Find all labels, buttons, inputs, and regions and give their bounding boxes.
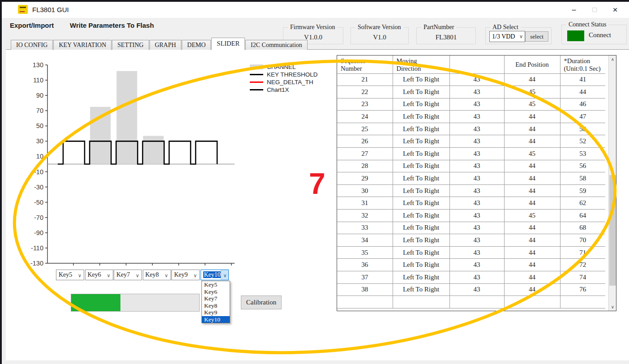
slider-chart: 1301109070503010-10-30-50-70-90-110-130 — [6, 50, 248, 269]
table-cell: 25 — [337, 123, 393, 135]
table-scrollbar[interactable]: ∧ ∨ — [608, 56, 616, 311]
sequence-table: SequenceNumberMovingDirectionEnd Positio… — [337, 55, 616, 311]
chevron-down-icon: ∨ — [136, 270, 139, 280]
table-cell: Left To Right — [393, 271, 449, 284]
table-cell — [337, 296, 393, 308]
table-row[interactable]: 36Left To Right434472 — [337, 259, 605, 271]
close-button[interactable]: × — [605, 2, 625, 18]
key-combobox-key7[interactable]: Key7∨ — [114, 270, 142, 280]
table-row[interactable]: 29Left To Right434458 — [337, 172, 605, 185]
table-row[interactable]: 35Left To Right434471 — [337, 246, 605, 259]
table-cell: 45 — [504, 210, 560, 222]
key-combobox-key8[interactable]: Key8∨ — [143, 270, 171, 280]
table-row[interactable]: 23Left To Right434546 — [337, 98, 605, 111]
table-cell: 59 — [560, 184, 605, 197]
menu-write-parameters[interactable]: Write Parameters To Flash — [70, 21, 154, 29]
table-cell: 44 — [504, 123, 560, 135]
calibration-button[interactable]: Calibration — [241, 295, 282, 309]
table-row[interactable]: 28Left To Right434456 — [337, 160, 605, 172]
dropdown-option-key8[interactable]: Key8 — [202, 302, 230, 309]
table-row[interactable]: 27Left To Right434553 — [337, 148, 605, 160]
legend-line-swatch — [250, 74, 263, 75]
table-cell: 46 — [560, 98, 605, 111]
ad-select-combobox[interactable]: 1/3 VDD ∨ — [489, 31, 525, 42]
key-combobox-key6[interactable]: Key6∨ — [85, 270, 113, 280]
dropdown-option-key7[interactable]: Key7 — [202, 295, 230, 302]
svg-text:-70: -70 — [34, 214, 43, 221]
svg-text:-110: -110 — [31, 244, 43, 252]
tab-graph[interactable]: GRAPH — [150, 40, 181, 50]
table-row[interactable]: 32Left To Right434564 — [337, 210, 605, 222]
table-cell: 34 — [337, 234, 393, 247]
table-cell: 62 — [560, 197, 605, 210]
table-cell: Left To Right — [393, 73, 449, 86]
table-cell: 22 — [337, 86, 393, 98]
connect-status-led — [567, 30, 584, 41]
table-cell: 44 — [504, 283, 560, 296]
software-version-value: V1.0 — [351, 34, 408, 41]
key-combobox-key5[interactable]: Key5∨ — [56, 270, 84, 280]
key-combobox-key9[interactable]: Key9∨ — [171, 270, 200, 280]
table-row[interactable]: 21Left To Right434441 — [337, 73, 605, 86]
dropdown-option-key5[interactable]: Key5 — [202, 281, 230, 288]
dropdown-option-key9[interactable]: Key9 — [202, 309, 230, 316]
table-cell: Left To Right — [393, 259, 449, 271]
table-row[interactable]: 26Left To Right434452 — [337, 135, 605, 148]
table-cell: 52 — [560, 135, 605, 148]
legend-item: KEY THRESHOLD — [250, 71, 318, 78]
maximize-button[interactable]: □ — [584, 2, 605, 18]
table-row[interactable]: 22Left To Right434544 — [337, 86, 605, 98]
scrollbar-up-icon[interactable]: ∧ — [609, 56, 616, 63]
dropdown-option-key6[interactable]: Key6 — [202, 288, 230, 295]
table-cell: 41 — [560, 73, 605, 86]
svg-text:90: 90 — [36, 92, 43, 99]
connect-status-text: Connect — [589, 31, 611, 39]
tab-demo[interactable]: DEMO — [182, 40, 211, 50]
tab-slider[interactable]: SLIDER — [211, 38, 245, 50]
dropdown-option-key10[interactable]: Key10 — [202, 316, 230, 323]
table-cell: Left To Right — [393, 160, 449, 172]
minimize-button[interactable]: – — [564, 2, 584, 18]
svg-text:130: 130 — [33, 61, 43, 69]
scrollbar-thumb[interactable] — [609, 175, 616, 286]
key-combobox-key10[interactable]: Key10∨ — [201, 270, 229, 280]
table-cell: Left To Right — [393, 210, 449, 222]
table-cell: 23 — [337, 98, 393, 111]
table-cell: 38 — [337, 283, 393, 296]
table-row[interactable]: 33Left To Right434468 — [337, 222, 605, 234]
table-cell: 53 — [560, 148, 605, 160]
table-row[interactable]: 37Left To Right434474 — [337, 271, 605, 284]
table-cell: 43 — [449, 197, 504, 210]
table-cell: 44 — [504, 111, 560, 123]
scrollbar-down-icon[interactable]: ∨ — [609, 303, 616, 311]
key-selector-row: Key5∨Key6∨Key7∨Key8∨Key9∨Key10∨ — [56, 270, 229, 280]
table-cell: 43 — [449, 98, 504, 111]
tab-setting[interactable]: SETTING — [112, 40, 149, 50]
table-cell: Left To Right — [393, 222, 449, 234]
table-cell: 43 — [449, 135, 504, 148]
tab-i2c-communication[interactable]: I2C Communication — [245, 40, 308, 50]
table-row[interactable]: 31Left To Right434462 — [337, 197, 605, 210]
tab-io-config[interactable]: IO CONFIG — [11, 40, 53, 50]
table-cell: 43 — [449, 283, 504, 296]
key-dropdown-list[interactable]: Key5Key6Key7Key8Key9Key10 — [201, 281, 230, 323]
table-cell: 43 — [449, 86, 504, 98]
chart-legend: CHANNELKEY THRESHOLDNEG_DELTA_THChart1X — [250, 63, 318, 94]
menu-export-import[interactable]: Export/Import — [10, 21, 54, 29]
software-version-groupbox: Software Version V1.0 — [351, 27, 409, 44]
ad-select-button[interactable]: select — [525, 31, 548, 42]
combo-arrow-box[interactable]: ∨ — [221, 270, 228, 280]
table-cell: 30 — [337, 184, 393, 197]
table-cell: Left To Right — [393, 246, 449, 259]
table-cell: 70 — [560, 234, 605, 247]
table-cell: 44 — [504, 271, 560, 284]
table-cell: 64 — [560, 210, 605, 222]
legend-label: Chart1X — [267, 86, 289, 93]
table-row[interactable]: 25Left To Right434450 — [337, 123, 605, 135]
tab-key-variation[interactable]: KEY VARIATION — [53, 40, 111, 50]
table-row[interactable]: 24Left To Right434447 — [337, 111, 605, 123]
table-cell: 43 — [449, 246, 504, 259]
table-row[interactable]: 38Left To Right434476 — [337, 283, 605, 296]
table-row[interactable]: 30Left To Right434459 — [337, 184, 605, 197]
table-row[interactable]: 34Left To Right434470 — [337, 234, 605, 247]
